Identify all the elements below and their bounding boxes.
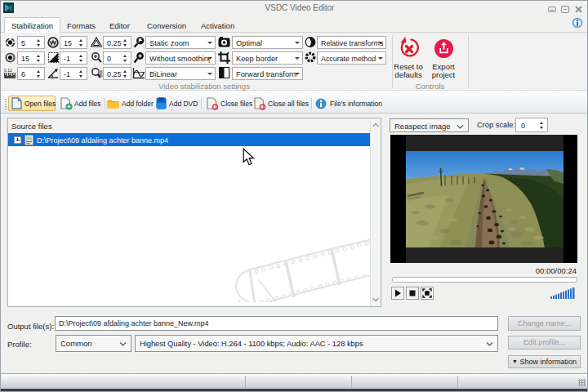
svg-text:0.12: 0.12 [4,68,12,73]
